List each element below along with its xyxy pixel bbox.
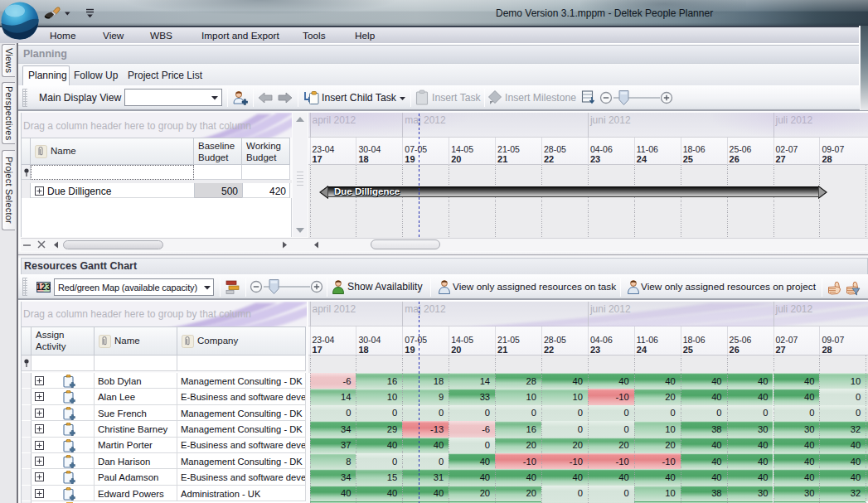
svg-text:123: 123 [36,282,51,292]
